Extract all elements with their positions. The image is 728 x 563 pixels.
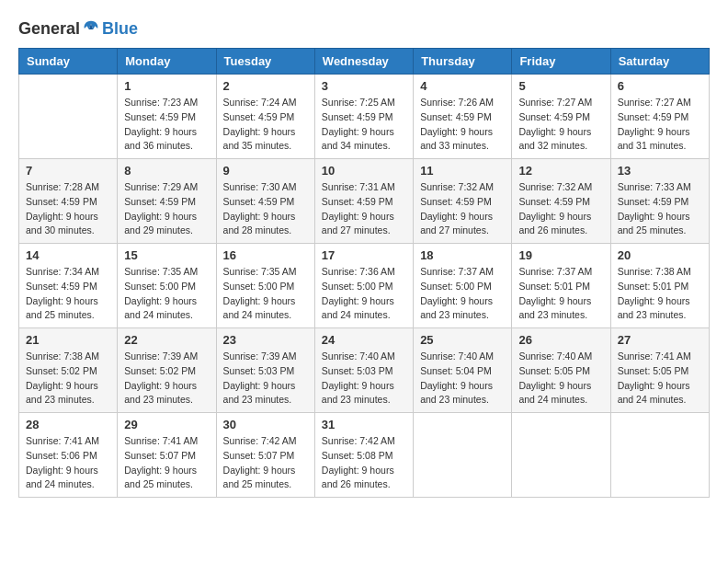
day-info: Sunrise: 7:37 AMSunset: 5:01 PMDaylight:… <box>518 265 603 323</box>
weekday-header-monday: Monday <box>118 49 216 75</box>
calendar-week-row: 28Sunrise: 7:41 AMSunset: 5:06 PMDayligh… <box>19 413 710 498</box>
calendar-week-row: 14Sunrise: 7:34 AMSunset: 4:59 PMDayligh… <box>19 244 710 328</box>
logo-blue: Blue <box>102 19 138 38</box>
day-number: 30 <box>223 418 308 431</box>
day-info: Sunrise: 7:42 AMSunset: 5:07 PMDaylight:… <box>223 434 308 492</box>
day-number: 31 <box>322 418 406 431</box>
weekday-header-thursday: Thursday <box>414 49 512 75</box>
calendar-table: SundayMondayTuesdayWednesdayThursdayFrid… <box>18 48 710 498</box>
calendar-cell: 17Sunrise: 7:36 AMSunset: 5:00 PMDayligh… <box>314 244 413 328</box>
calendar-week-row: 1Sunrise: 7:23 AMSunset: 4:59 PMDaylight… <box>19 75 710 159</box>
calendar-cell: 3Sunrise: 7:25 AMSunset: 4:59 PMDaylight… <box>314 75 413 159</box>
day-info: Sunrise: 7:39 AMSunset: 5:03 PMDaylight:… <box>223 350 308 408</box>
day-number: 20 <box>618 248 702 262</box>
day-info: Sunrise: 7:30 AMSunset: 4:59 PMDaylight:… <box>223 180 308 238</box>
day-info: Sunrise: 7:38 AMSunset: 5:01 PMDaylight:… <box>618 265 702 323</box>
day-info: Sunrise: 7:32 AMSunset: 4:59 PMDaylight:… <box>420 180 505 238</box>
day-info: Sunrise: 7:41 AMSunset: 5:05 PMDaylight:… <box>618 350 702 408</box>
day-info: Sunrise: 7:26 AMSunset: 4:59 PMDaylight:… <box>420 96 505 154</box>
calendar-cell: 22Sunrise: 7:39 AMSunset: 5:02 PMDayligh… <box>118 328 216 413</box>
day-number: 21 <box>26 333 110 347</box>
day-info: Sunrise: 7:35 AMSunset: 5:00 PMDaylight:… <box>124 265 209 323</box>
day-number: 26 <box>518 333 603 347</box>
calendar-cell: 20Sunrise: 7:38 AMSunset: 5:01 PMDayligh… <box>610 244 709 328</box>
calendar-cell: 14Sunrise: 7:34 AMSunset: 4:59 PMDayligh… <box>19 244 118 328</box>
day-number: 25 <box>420 333 505 347</box>
day-info: Sunrise: 7:24 AMSunset: 4:59 PMDaylight:… <box>223 96 308 154</box>
calendar-cell: 28Sunrise: 7:41 AMSunset: 5:06 PMDayligh… <box>19 413 118 498</box>
calendar-cell: 24Sunrise: 7:40 AMSunset: 5:03 PMDayligh… <box>314 328 413 413</box>
day-info: Sunrise: 7:42 AMSunset: 5:08 PMDaylight:… <box>322 434 406 492</box>
calendar-cell: 25Sunrise: 7:40 AMSunset: 5:04 PMDayligh… <box>414 328 512 413</box>
logo-general: General <box>18 19 80 39</box>
day-info: Sunrise: 7:28 AMSunset: 4:59 PMDaylight:… <box>26 180 110 238</box>
day-number: 29 <box>124 418 209 431</box>
calendar-cell: 5Sunrise: 7:27 AMSunset: 4:59 PMDaylight… <box>512 75 610 159</box>
day-number: 5 <box>518 79 603 93</box>
calendar-cell: 13Sunrise: 7:33 AMSunset: 4:59 PMDayligh… <box>610 159 709 244</box>
logo: General Blue <box>18 18 138 39</box>
calendar-cell: 29Sunrise: 7:41 AMSunset: 5:07 PMDayligh… <box>118 413 216 498</box>
weekday-header-friday: Friday <box>512 49 610 75</box>
day-info: Sunrise: 7:33 AMSunset: 4:59 PMDaylight:… <box>618 180 702 238</box>
day-info: Sunrise: 7:41 AMSunset: 5:07 PMDaylight:… <box>124 434 209 492</box>
day-number: 14 <box>26 248 110 262</box>
day-info: Sunrise: 7:39 AMSunset: 5:02 PMDaylight:… <box>124 350 209 408</box>
calendar-cell: 26Sunrise: 7:40 AMSunset: 5:05 PMDayligh… <box>512 328 610 413</box>
day-number: 13 <box>618 164 702 178</box>
page-header: General Blue <box>18 18 710 39</box>
day-info: Sunrise: 7:40 AMSunset: 5:05 PMDaylight:… <box>518 350 603 408</box>
day-info: Sunrise: 7:40 AMSunset: 5:03 PMDaylight:… <box>322 350 406 408</box>
day-number: 19 <box>518 248 603 262</box>
calendar-cell: 18Sunrise: 7:37 AMSunset: 5:00 PMDayligh… <box>414 244 512 328</box>
calendar-week-row: 21Sunrise: 7:38 AMSunset: 5:02 PMDayligh… <box>19 328 710 413</box>
day-number: 11 <box>420 164 505 178</box>
calendar-cell: 12Sunrise: 7:32 AMSunset: 4:59 PMDayligh… <box>512 159 610 244</box>
day-number: 4 <box>420 79 505 93</box>
day-number: 15 <box>124 248 209 262</box>
day-number: 9 <box>223 164 308 178</box>
calendar-cell: 2Sunrise: 7:24 AMSunset: 4:59 PMDaylight… <box>216 75 314 159</box>
day-info: Sunrise: 7:31 AMSunset: 4:59 PMDaylight:… <box>322 180 406 238</box>
calendar-cell <box>19 75 118 159</box>
day-info: Sunrise: 7:37 AMSunset: 5:00 PMDaylight:… <box>420 265 505 323</box>
day-info: Sunrise: 7:36 AMSunset: 5:00 PMDaylight:… <box>322 265 406 323</box>
day-info: Sunrise: 7:41 AMSunset: 5:06 PMDaylight:… <box>26 434 110 492</box>
calendar-week-row: 7Sunrise: 7:28 AMSunset: 4:59 PMDaylight… <box>19 159 710 244</box>
day-number: 17 <box>322 248 406 262</box>
calendar-cell: 27Sunrise: 7:41 AMSunset: 5:05 PMDayligh… <box>610 328 709 413</box>
weekday-header-tuesday: Tuesday <box>216 49 314 75</box>
calendar-cell: 9Sunrise: 7:30 AMSunset: 4:59 PMDaylight… <box>216 159 314 244</box>
day-info: Sunrise: 7:34 AMSunset: 4:59 PMDaylight:… <box>26 265 110 323</box>
calendar-cell: 8Sunrise: 7:29 AMSunset: 4:59 PMDaylight… <box>118 159 216 244</box>
day-info: Sunrise: 7:27 AMSunset: 4:59 PMDaylight:… <box>518 96 603 154</box>
day-info: Sunrise: 7:32 AMSunset: 4:59 PMDaylight:… <box>518 180 603 238</box>
calendar-cell: 23Sunrise: 7:39 AMSunset: 5:03 PMDayligh… <box>216 328 314 413</box>
day-number: 8 <box>124 164 209 178</box>
day-info: Sunrise: 7:25 AMSunset: 4:59 PMDaylight:… <box>322 96 406 154</box>
weekday-header-sunday: Sunday <box>19 49 118 75</box>
calendar-cell <box>414 413 512 498</box>
calendar-cell: 4Sunrise: 7:26 AMSunset: 4:59 PMDaylight… <box>414 75 512 159</box>
day-number: 12 <box>518 164 603 178</box>
calendar-cell: 11Sunrise: 7:32 AMSunset: 4:59 PMDayligh… <box>414 159 512 244</box>
day-info: Sunrise: 7:40 AMSunset: 5:04 PMDaylight:… <box>420 350 505 408</box>
day-info: Sunrise: 7:23 AMSunset: 4:59 PMDaylight:… <box>124 96 209 154</box>
day-number: 6 <box>618 79 702 93</box>
calendar-cell: 15Sunrise: 7:35 AMSunset: 5:00 PMDayligh… <box>118 244 216 328</box>
day-info: Sunrise: 7:29 AMSunset: 4:59 PMDaylight:… <box>124 180 209 238</box>
day-info: Sunrise: 7:35 AMSunset: 5:00 PMDaylight:… <box>223 265 308 323</box>
weekday-header-saturday: Saturday <box>610 49 709 75</box>
weekday-header-row: SundayMondayTuesdayWednesdayThursdayFrid… <box>19 49 710 75</box>
calendar-cell: 21Sunrise: 7:38 AMSunset: 5:02 PMDayligh… <box>19 328 118 413</box>
day-number: 18 <box>420 248 505 262</box>
day-number: 10 <box>322 164 406 178</box>
day-number: 3 <box>322 79 406 93</box>
logo-bird-icon <box>81 18 101 39</box>
day-number: 16 <box>223 248 308 262</box>
calendar-cell: 19Sunrise: 7:37 AMSunset: 5:01 PMDayligh… <box>512 244 610 328</box>
calendar-cell: 31Sunrise: 7:42 AMSunset: 5:08 PMDayligh… <box>314 413 413 498</box>
day-info: Sunrise: 7:27 AMSunset: 4:59 PMDaylight:… <box>618 96 702 154</box>
day-number: 7 <box>26 164 110 178</box>
calendar-cell: 7Sunrise: 7:28 AMSunset: 4:59 PMDaylight… <box>19 159 118 244</box>
